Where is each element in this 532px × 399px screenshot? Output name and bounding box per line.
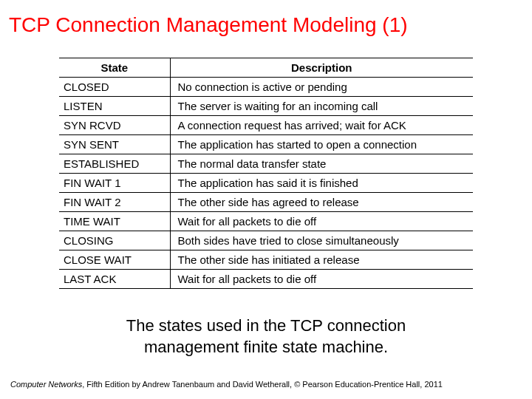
page-title: TCP Connection Management Modeling (1) <box>7 13 525 37</box>
cell-state: FIN WAIT 1 <box>59 174 170 193</box>
table-row: FIN WAIT 1The application has said it is… <box>59 174 473 193</box>
table-row: FIN WAIT 2The other side has agreed to r… <box>59 193 473 212</box>
cell-description: The application has said it is finished <box>170 174 473 193</box>
cell-description: The normal data transfer state <box>170 154 473 174</box>
cell-description: The server is waiting for an incoming ca… <box>170 97 473 116</box>
cell-state: SYN SENT <box>59 135 170 154</box>
table-body: CLOSEDNo connection is active or pending… <box>59 78 473 289</box>
caption: The states used in the TCP connection ma… <box>7 316 525 358</box>
table-row: ESTABLISHEDThe normal data transfer stat… <box>59 154 473 174</box>
table-row: LISTENThe server is waiting for an incom… <box>59 97 473 116</box>
cell-description: Both sides have tried to close simultane… <box>170 231 473 250</box>
cell-state: SYN RCVD <box>59 116 170 135</box>
table-row: SYN SENTThe application has started to o… <box>59 135 473 154</box>
table-container: State Description CLOSEDNo connection is… <box>7 58 525 289</box>
header-state: State <box>59 58 170 78</box>
table-row: CLOSINGBoth sides have tried to close si… <box>59 231 473 250</box>
cell-state: ESTABLISHED <box>59 154 170 174</box>
cell-state: CLOSE WAIT <box>59 250 170 270</box>
footer-rest: , Fifth Edition by Andrew Tanenbaum and … <box>82 380 443 389</box>
table-row: CLOSEDNo connection is active or pending <box>59 78 473 97</box>
caption-line-1: The states used in the TCP connection <box>7 316 525 337</box>
states-table: State Description CLOSEDNo connection is… <box>59 58 473 289</box>
table-row: LAST ACKWait for all packets to die off <box>59 270 473 289</box>
cell-state: LISTEN <box>59 97 170 116</box>
cell-description: The application has started to open a co… <box>170 135 473 154</box>
cell-description: Wait for all packets to die off <box>170 212 473 231</box>
cell-state: TIME WAIT <box>59 212 170 231</box>
table-header-row: State Description <box>59 58 473 78</box>
caption-line-2: management finite state machine. <box>7 337 525 358</box>
cell-state: CLOSED <box>59 78 170 97</box>
cell-description: A connection request has arrived; wait f… <box>170 116 473 135</box>
cell-description: The other side has initiated a release <box>170 250 473 270</box>
footer-credit: Computer Networks, Fifth Edition by Andr… <box>10 380 522 389</box>
table-row: SYN RCVDA connection request has arrived… <box>59 116 473 135</box>
header-description: Description <box>170 58 473 78</box>
cell-description: The other side has agreed to release <box>170 193 473 212</box>
cell-description: No connection is active or pending <box>170 78 473 97</box>
cell-state: CLOSING <box>59 231 170 250</box>
cell-state: LAST ACK <box>59 270 170 289</box>
cell-state: FIN WAIT 2 <box>59 193 170 212</box>
cell-description: Wait for all packets to die off <box>170 270 473 289</box>
table-row: TIME WAITWait for all packets to die off <box>59 212 473 231</box>
book-title: Computer Networks <box>10 380 82 389</box>
table-row: CLOSE WAITThe other side has initiated a… <box>59 250 473 270</box>
